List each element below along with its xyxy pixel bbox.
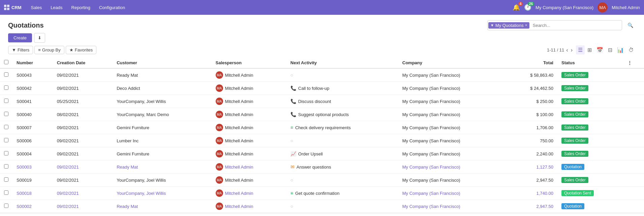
filters-button[interactable]: ▼ Filters: [8, 46, 33, 54]
row-number[interactable]: S00003: [12, 160, 53, 174]
row-salesperson: MA Mitchell Admin: [212, 82, 286, 95]
row-number[interactable]: S00018: [12, 187, 53, 200]
row-checkbox[interactable]: [4, 72, 8, 77]
row-checkbox-cell[interactable]: [0, 187, 12, 200]
salesperson-name: Mitchell Admin: [225, 73, 253, 78]
row-company: My Company (San Francisco): [398, 108, 507, 121]
my-quotations-filter-tag[interactable]: ▼ My Quotations ×: [488, 22, 529, 29]
next-page-button[interactable]: ›: [570, 47, 573, 53]
search-input[interactable]: [530, 23, 622, 28]
table-row: S00004 09/02/2021 Gemini Furniture MA Mi…: [0, 147, 644, 160]
row-checkbox[interactable]: [4, 125, 8, 129]
favorites-button[interactable]: ★ Favorites: [66, 46, 96, 54]
filter-tag-close-icon[interactable]: ×: [525, 23, 527, 28]
row-date[interactable]: 09/02/2021: [53, 187, 113, 200]
row-checkbox-cell[interactable]: [0, 174, 12, 187]
select-all-checkbox[interactable]: [4, 60, 8, 64]
status-badge: Sales Order: [561, 111, 588, 117]
notification-clock[interactable]: 🕐 26: [524, 4, 531, 11]
notification-bell[interactable]: 🔔 4: [513, 4, 520, 11]
select-all-column[interactable]: [0, 57, 12, 68]
row-checkbox[interactable]: [4, 112, 8, 116]
salesperson-avatar: MA: [216, 163, 223, 171]
row-status: Sales Order: [557, 82, 623, 95]
email-icon: ✉: [290, 164, 295, 170]
table-row: S00007 09/02/2021 Gemini Furniture MA Mi…: [0, 121, 644, 134]
row-checkbox-cell[interactable]: [0, 200, 12, 213]
nav-configuration[interactable]: Configuration: [95, 4, 129, 11]
row-number[interactable]: S00002: [12, 200, 53, 213]
row-checkbox[interactable]: [4, 190, 8, 195]
row-total[interactable]: 1,127.50: [506, 160, 557, 174]
row-date[interactable]: 09/02/2021: [53, 200, 113, 213]
row-status: Sales Order: [557, 134, 623, 147]
row-checkbox-cell[interactable]: [0, 82, 12, 95]
row-number: S00040: [12, 108, 53, 121]
row-customer[interactable]: Ready Mat: [113, 160, 211, 174]
row-company[interactable]: My Company (San Francisco): [398, 187, 507, 200]
row-checkbox[interactable]: [4, 204, 8, 208]
row-checkbox-cell[interactable]: [0, 108, 12, 121]
row-checkbox[interactable]: [4, 151, 8, 155]
nav-reporting[interactable]: Reporting: [67, 4, 94, 11]
calendar-view-button[interactable]: 📅: [594, 45, 605, 55]
row-date[interactable]: 09/02/2021: [53, 160, 113, 174]
row-checkbox-cell[interactable]: [0, 134, 12, 147]
status-badge: Quotation: [561, 203, 584, 209]
table-row: S00002 09/02/2021 Ready Mat MA Mitchell …: [0, 200, 644, 213]
row-customer[interactable]: YourCompany, Joel Willis: [113, 187, 211, 200]
row-date: 09/02/2021: [53, 82, 113, 95]
row-date: 08/02/2021: [53, 108, 113, 121]
nav-leads[interactable]: Leads: [47, 4, 66, 11]
row-checkbox[interactable]: [4, 177, 8, 182]
row-company[interactable]: My Company (San Francisco): [398, 160, 507, 174]
row-checkbox[interactable]: [4, 99, 8, 103]
nav-sales[interactable]: Sales: [27, 4, 46, 11]
row-checkbox-cell[interactable]: [0, 160, 12, 174]
row-salesperson[interactable]: MA Mitchell Admin: [212, 160, 286, 174]
favorites-label: Favorites: [75, 47, 93, 52]
search-button[interactable]: 🔍: [625, 23, 636, 28]
row-number: S00004: [12, 147, 53, 160]
download-button[interactable]: ⬇: [34, 33, 45, 43]
prev-page-button[interactable]: ‹: [565, 47, 569, 53]
row-checkbox-cell[interactable]: [0, 121, 12, 134]
row-customer[interactable]: Ready Mat: [113, 200, 211, 213]
graph-view-button[interactable]: 📊: [615, 45, 626, 55]
row-company[interactable]: My Company (San Francisco): [398, 200, 507, 213]
salesperson-name[interactable]: Mitchell Admin: [225, 165, 253, 170]
phone-icon: 📞: [290, 85, 296, 91]
row-number: S00043: [12, 68, 53, 82]
row-checkbox[interactable]: [4, 85, 8, 90]
row-checkbox-cell[interactable]: [0, 68, 12, 82]
row-salesperson[interactable]: MA Mitchell Admin: [212, 187, 286, 200]
row-checkbox[interactable]: [4, 164, 8, 169]
group-by-button[interactable]: ≡ Group By: [34, 46, 64, 54]
kanban-view-button[interactable]: ⊞: [585, 45, 594, 55]
row-total[interactable]: 1,740.00: [506, 187, 557, 200]
list-view-button[interactable]: ☰: [576, 45, 585, 55]
activity-text: Get quote confirmation: [295, 191, 340, 196]
filter-icon: ▼: [490, 23, 494, 27]
salesperson-name[interactable]: Mitchell Admin: [225, 204, 253, 209]
salesperson-name[interactable]: Mitchell Admin: [225, 191, 253, 196]
row-salesperson[interactable]: MA Mitchell Admin: [212, 200, 286, 213]
create-button[interactable]: Create: [8, 33, 32, 42]
salesperson-name: Mitchell Admin: [225, 138, 253, 143]
download-icon: ⬇: [38, 35, 41, 40]
avatar[interactable]: MA: [597, 2, 608, 12]
app-logo[interactable]: CRM: [4, 5, 22, 10]
row-checkbox-cell[interactable]: [0, 147, 12, 160]
row-total[interactable]: 2,947.50: [506, 200, 557, 213]
col-salesperson: Salesperson: [212, 57, 286, 68]
activity-text: Discuss discount: [298, 99, 331, 104]
activity-view-button[interactable]: ⏱: [626, 45, 636, 55]
activity-circle-icon: ○: [290, 204, 293, 209]
col-total: Total: [506, 57, 557, 68]
row-total: 2,240.00: [506, 147, 557, 160]
row-activity: ○: [286, 200, 398, 213]
row-total: $ 250.00: [506, 95, 557, 108]
pivot-view-button[interactable]: ⊟: [606, 45, 614, 55]
row-checkbox-cell[interactable]: [0, 95, 12, 108]
row-checkbox[interactable]: [4, 138, 8, 142]
